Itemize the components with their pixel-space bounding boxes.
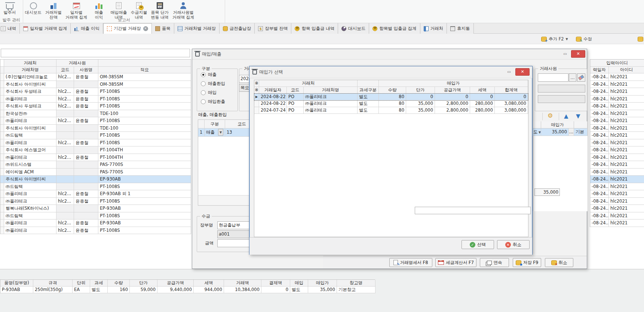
footer-button-연속[interactable]: 연속 xyxy=(480,258,509,267)
input-id-row[interactable]: -08-24...hlc2021 xyxy=(590,146,644,154)
cell[interactable]: 별도 xyxy=(358,94,379,100)
description-cell[interactable]: PT-1008S xyxy=(98,132,191,139)
id-cell[interactable]: hlc2021 xyxy=(609,81,644,88)
code-cell[interactable] xyxy=(56,110,74,118)
ribbon-item[interactable]: 일자별 거래액 집계 xyxy=(64,1,89,20)
gear-icon[interactable]: ⚙ xyxy=(548,113,553,119)
chevron-down-icon[interactable]: ▼ xyxy=(218,129,223,136)
customer-name-cell[interactable]: ㈜폴리테크 xyxy=(4,190,56,198)
customer-name-cell[interactable]: ㈜폴리테크 xyxy=(4,219,56,227)
input-id-row[interactable]: -08-24...hlc2021 xyxy=(590,161,644,169)
search-input[interactable] xyxy=(1,49,190,57)
column-header-력일자[interactable]: 력일자 xyxy=(590,67,609,73)
memo-input[interactable] xyxy=(415,207,531,214)
customer-row[interactable]: ㈜폴리테크hlc2...윤종철EP-930AB xyxy=(0,219,191,227)
input-id-row[interactable]: -08-24...hlc2021 xyxy=(590,81,644,88)
date-cell[interactable]: -08-24... xyxy=(590,183,609,191)
column-header-수량[interactable]: 수량 xyxy=(108,280,130,287)
employee-cell[interactable] xyxy=(74,146,98,154)
employee-cell[interactable] xyxy=(74,125,98,132)
employee-cell[interactable]: 윤종철 xyxy=(74,190,98,198)
customer-name-cell[interactable]: ㈜드림텍 xyxy=(4,212,56,220)
code-cell[interactable]: hlc2... xyxy=(56,103,74,110)
description-cell[interactable]: EP-930AB xyxy=(98,205,191,212)
customer-name-cell[interactable]: ㈜폴리테크 xyxy=(4,154,56,161)
id-cell[interactable]: hlc2021 xyxy=(609,198,644,205)
cell[interactable]: 3,080,000 xyxy=(495,107,528,114)
cell[interactable]: ㈜폴리테크 xyxy=(304,100,358,107)
customer-row[interactable]: ㈜폴리테크hlc2...윤종철EP-930AB 외 1 xyxy=(0,190,191,198)
tab-거래처[interactable]: 거래처 xyxy=(420,23,447,34)
id-cell[interactable]: hlc2021 xyxy=(609,88,644,96)
restore-icon[interactable]: ▭ xyxy=(561,51,569,57)
customer-name-cell[interactable]: ㈜폴리테크 xyxy=(4,96,56,103)
cell[interactable]: 2024-08-22 xyxy=(259,94,287,100)
customer-row[interactable]: ㈜드림텍PT-1008S xyxy=(0,132,191,139)
item-cell[interactable]: 기본창고 xyxy=(337,287,375,293)
code-cell[interactable] xyxy=(56,132,74,139)
id-cell[interactable]: hlc2021 xyxy=(609,132,644,139)
column-header-규격[interactable]: 규격 xyxy=(33,280,73,287)
code-cell[interactable]: hlc2... xyxy=(56,73,74,81)
cell[interactable]: 2024-08-22 xyxy=(259,100,287,107)
input-id-row[interactable]: -08-24...hlc2021 xyxy=(590,117,644,125)
column-header-수량[interactable]: 수량 xyxy=(379,87,406,94)
cell[interactable]: 2024-07-24 xyxy=(259,107,287,114)
lookup-button[interactable]: … xyxy=(569,73,576,82)
employee-cell[interactable]: 윤종철 xyxy=(74,103,98,110)
code-cell[interactable]: hlc2... xyxy=(56,154,74,161)
employee-cell[interactable]: 윤종철 xyxy=(74,96,98,103)
id-cell[interactable]: hlc2021 xyxy=(609,205,644,212)
item-cell[interactable]: 별도 xyxy=(90,287,108,293)
employee-cell[interactable]: 윤종철 xyxy=(74,198,98,205)
id-cell[interactable]: hlc2021 xyxy=(609,96,644,103)
id-cell[interactable]: hlc2021 xyxy=(609,146,644,154)
description-cell[interactable]: EP-930AB xyxy=(98,176,191,183)
code-cell[interactable] xyxy=(56,161,74,169)
cell[interactable]: 80 xyxy=(379,100,406,107)
add-button[interactable]: + 추가 F2▼ xyxy=(541,35,568,43)
dialog-titlebar[interactable]: 매입가 선택 ▭ ✕ xyxy=(249,66,532,78)
column-header[interactable]: 구분 xyxy=(205,120,225,128)
id-cell[interactable]: hlc2021 xyxy=(609,73,644,81)
date-cell[interactable]: -08-24... xyxy=(590,205,609,212)
tab-거래처별 거래장[interactable]: 거래처별 거래장 xyxy=(174,23,220,34)
description-cell[interactable]: PT-1008S xyxy=(98,103,191,110)
code-cell[interactable]: hlc2... xyxy=(56,139,74,147)
employee-cell[interactable]: 윤종철 xyxy=(74,73,98,81)
column-header-row[interactable]: ※거래일자코드거래처명과세구분수량단가공급가액세액합계액 xyxy=(254,87,528,94)
id-cell[interactable]: hlc2021 xyxy=(609,103,644,110)
column-header-공급가액[interactable]: 공급가액 xyxy=(157,280,194,287)
input-id-row[interactable]: -08-24...hlc2021 xyxy=(590,96,644,103)
description-cell[interactable]: PT-1008S xyxy=(98,117,191,125)
item-cell[interactable]: P-930AB xyxy=(0,287,33,293)
customer-row[interactable]: ㈜폴리테크hlc2...윤종철PT-1008S xyxy=(0,117,191,125)
radio-매입[interactable]: 매입 xyxy=(201,90,237,96)
employee-cell[interactable] xyxy=(74,205,98,212)
cell[interactable]: 2,800,000 xyxy=(435,107,470,114)
cell[interactable]: 2,800,000 xyxy=(435,100,470,107)
tab-close-icon[interactable]: ✕ xyxy=(143,26,148,31)
footer-button-세금계산서 F7[interactable]: 세금계산서 F7 xyxy=(435,258,476,267)
description-cell[interactable]: PT-1004TH xyxy=(98,154,191,161)
column-header-공급가액[interactable]: 공급가액 xyxy=(435,87,470,94)
customer-name-cell[interactable]: 주식회사 아이앤티씨 xyxy=(4,81,56,88)
footer-button-취소[interactable]: ✕취소 xyxy=(545,258,573,267)
employee-cell[interactable] xyxy=(74,212,98,220)
cell[interactable]: 별도 xyxy=(358,107,379,114)
partial-button[interactable] xyxy=(638,35,643,43)
employee-cell[interactable]: 윤종철 xyxy=(74,219,98,227)
id-cell[interactable]: hlc2021 xyxy=(609,183,644,191)
input-id-row[interactable]: -08-24...hlc2021 xyxy=(590,125,644,132)
customer-name-cell[interactable]: (주)인텔리안테크놀로 xyxy=(4,73,56,81)
date-cell[interactable]: -08-24... xyxy=(590,125,609,132)
cell[interactable]: 3,080,000 xyxy=(495,100,528,107)
id-cell[interactable]: hlc2021 xyxy=(609,161,644,169)
customer-row[interactable]: (주)인텔리안테크놀로hlc2...윤종철OM-385SM xyxy=(0,73,191,81)
code-cell[interactable] xyxy=(56,146,74,154)
column-header-row[interactable]: 력일자아이디 xyxy=(590,67,644,73)
cell[interactable]: ㈜폴리테크 xyxy=(304,94,358,100)
items-grid-row[interactable]: 도 ▼ 35,000 … 기본 xyxy=(533,128,588,136)
item-cell[interactable]: 35,000 xyxy=(308,287,337,293)
code-cell[interactable] xyxy=(56,125,74,132)
